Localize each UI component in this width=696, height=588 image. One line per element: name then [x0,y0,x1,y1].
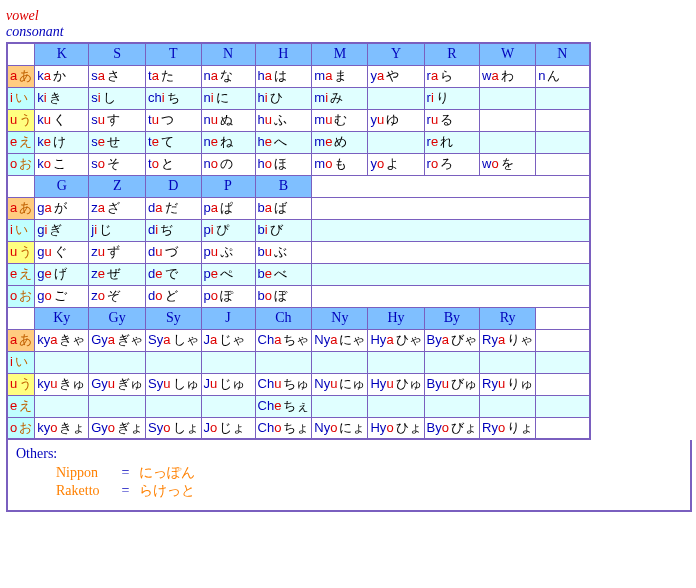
syllable-cell [35,395,89,417]
vowel-label: vowel [6,8,692,24]
syllable-cell [89,395,146,417]
syllable-cell [536,109,590,131]
syllable-cell [424,351,479,373]
syllable-cell: peぺ [201,263,255,285]
col-header: Z [89,175,146,197]
syllable-cell [368,351,424,373]
syllable-cell: kaか [35,65,89,87]
others-row-0-kana: にっぽん [139,464,195,480]
syllable-cell: Joじょ [201,417,255,439]
row-head-e: eえ [7,395,35,417]
syllable-cell: piぴ [201,219,255,241]
syllable-cell: Syaしゃ [146,329,201,351]
syllable-cell: geげ [35,263,89,285]
col-header: Ch [255,307,312,329]
syllable-cell: guぐ [35,241,89,263]
syllable-cell: raら [424,65,479,87]
others-row-1-romaji: Raketto [56,483,112,499]
syllable-cell: haは [255,65,312,87]
others-row-0-romaji: Nippon [56,465,112,481]
syllable-cell: Chuちゅ [255,373,312,395]
syllable-cell: yoよ [368,153,424,175]
row-head-u: uう [7,373,35,395]
syllable-cell: maま [312,65,368,87]
col-header: M [312,43,368,65]
syllable-cell [35,351,89,373]
syllable-cell: huふ [255,109,312,131]
syllable-cell: saさ [89,65,146,87]
syllable-cell: doど [146,285,201,307]
col-header: Ny [312,307,368,329]
row-head-a: aあ [7,65,35,87]
syllable-cell: naな [201,65,255,87]
syllable-cell: muむ [312,109,368,131]
syllable-cell: nuぬ [201,109,255,131]
syllable-cell [146,395,201,417]
syllable-cell [312,351,368,373]
syllable-cell: heへ [255,131,312,153]
syllable-cell [536,153,590,175]
syllable-cell: daだ [146,197,201,219]
syllable-cell: boぼ [255,285,312,307]
col-header: Hy [368,307,424,329]
syllable-cell: Hyaひゃ [368,329,424,351]
col-header: Y [368,43,424,65]
col-header: Ky [35,307,89,329]
syllable-cell: baば [255,197,312,219]
syllable-cell: reれ [424,131,479,153]
row-head-i: iい [7,219,35,241]
col-header: N [536,43,590,65]
col-header: D [146,175,201,197]
col-header: W [480,43,536,65]
syllable-cell: toと [146,153,201,175]
syllable-cell: kiき [35,87,89,109]
col-header: T [146,43,201,65]
col-header: P [201,175,255,197]
syllable-cell: giぎ [35,219,89,241]
syllable-cell: kyoきょ [35,417,89,439]
row-head-u: uう [7,109,35,131]
syllable-cell: biび [255,219,312,241]
syllable-cell: Cheちぇ [255,395,312,417]
syllable-cell: Juじゅ [201,373,255,395]
col-header: Ry [480,307,536,329]
syllable-cell [146,351,201,373]
syllable-cell: yuゆ [368,109,424,131]
syllable-cell [312,395,368,417]
syllable-cell [480,351,536,373]
syllable-cell: Nyuにゅ [312,373,368,395]
syllabary-table: KSTNHMYRWNaあkaかsaさtaたnaなhaはmaまyaやraらwaわn… [6,42,591,440]
syllable-cell: Byoびょ [424,417,479,439]
syllable-cell: Ryaりゃ [480,329,536,351]
syllable-cell [201,395,255,417]
others-heading: Others: [16,446,682,462]
syllable-cell: moも [312,153,368,175]
col-header: S [89,43,146,65]
col-header: By [424,307,479,329]
syllable-cell: hoほ [255,153,312,175]
syllable-cell: paぱ [201,197,255,219]
syllable-cell: noの [201,153,255,175]
syllable-cell [89,351,146,373]
syllable-cell: goご [35,285,89,307]
syllable-cell [480,131,536,153]
syllable-cell: diぢ [146,219,201,241]
row-head-e: eえ [7,131,35,153]
syllable-cell: kyaきゃ [35,329,89,351]
syllable-cell: hiひ [255,87,312,109]
syllable-cell: zeぜ [89,263,146,285]
syllable-cell: ruる [424,109,479,131]
syllable-cell: teて [146,131,201,153]
syllable-cell: Syoしょ [146,417,201,439]
syllable-cell [480,109,536,131]
syllable-cell [424,395,479,417]
row-head-i: iい [7,351,35,373]
syllable-cell: Gyoぎょ [89,417,146,439]
syllable-cell: Gyaぎゃ [89,329,146,351]
syllable-cell: Syuしゅ [146,373,201,395]
syllable-cell: zoぞ [89,285,146,307]
row-head-o: oお [7,417,35,439]
syllable-cell [368,87,424,109]
col-header: G [35,175,89,197]
syllable-cell: puぷ [201,241,255,263]
